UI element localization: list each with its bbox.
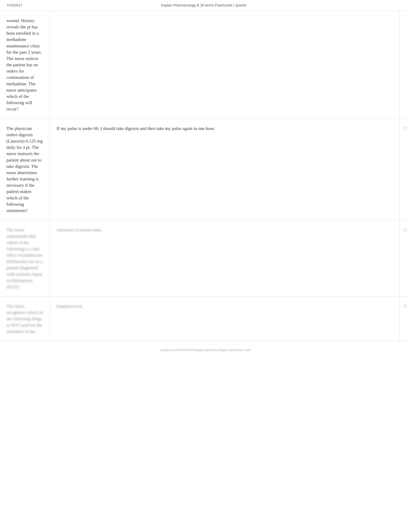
header-title: Kaplan Pharmacology B 30 terms Flashcard… <box>161 3 246 8</box>
table-row: The nurse recognizes which of the follow… <box>0 296 411 341</box>
term-cell: The nurse recognizes which of the follow… <box>0 296 50 341</box>
star-icon[interactable]: ☆ <box>403 303 408 309</box>
star-icon[interactable]: ☆ <box>403 226 408 233</box>
definition-cell: If my pulse is under 60, I should take d… <box>50 119 399 220</box>
term-text: The physician orders digoxin (Lanoxin) 0… <box>6 126 43 213</box>
term-text: wound. History reveals the pt has been e… <box>6 18 42 112</box>
definition-cell: Staphylococcin <box>50 296 399 341</box>
definition-text: Staphylococcin <box>56 304 82 309</box>
star-icon[interactable]: ☆ <box>403 125 408 131</box>
definition-cell: Alteration of mental status. <box>50 220 399 296</box>
page-footer: quizlet.com/PDF/91364/kaplan-pharmacolog… <box>0 344 411 355</box>
action-cell: ☆ <box>399 296 411 341</box>
footer-text: quizlet.com/PDF/91364/kaplan-pharmacolog… <box>160 348 251 352</box>
table-row: The physician orders digoxin (Lanoxin) 0… <box>0 119 411 220</box>
header-date: 7/10/2017 <box>6 3 22 8</box>
term-text: The nurse understands that which of the … <box>6 227 42 289</box>
action-cell <box>399 11 411 119</box>
term-text: The nurse recognizes which of the follow… <box>6 304 43 334</box>
action-cell: ☆ <box>399 119 411 220</box>
term-cell: wound. History reveals the pt has been e… <box>0 11 50 119</box>
term-cell: The physician orders digoxin (Lanoxin) 0… <box>0 119 50 220</box>
table-row: The nurse understands that which of the … <box>0 220 411 296</box>
page-header: 7/10/2017 Kaplan Pharmacology B 30 terms… <box>0 0 411 11</box>
action-cell: ☆ <box>399 220 411 296</box>
table-row: wound. History reveals the pt has been e… <box>0 11 411 119</box>
definition-cell <box>50 11 399 119</box>
definition-text: Alteration of mental status. <box>56 228 102 232</box>
flashcard-table: wound. History reveals the pt has been e… <box>0 11 411 341</box>
term-cell: The nurse understands that which of the … <box>0 220 50 296</box>
definition-text: If my pulse is under 60, I should take d… <box>56 126 215 131</box>
